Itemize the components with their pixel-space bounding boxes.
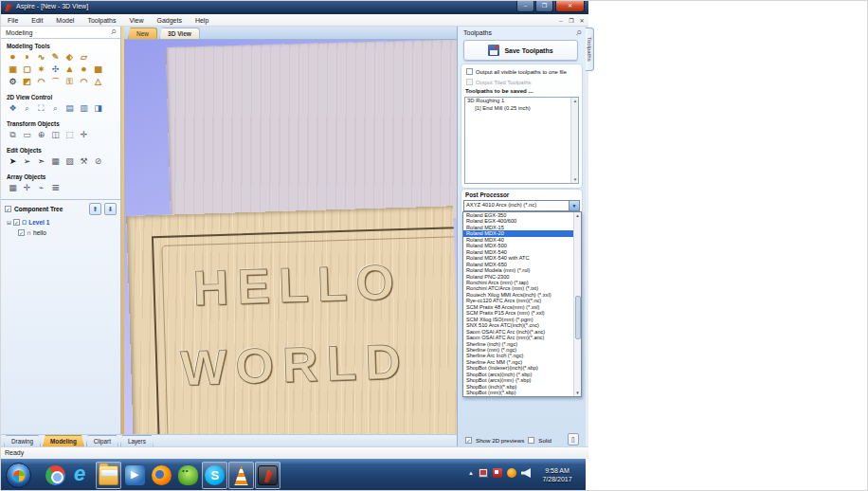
taskbar-chrome-icon[interactable] xyxy=(43,462,68,489)
nest-objects-icon[interactable]: 𝌆 xyxy=(50,183,61,193)
taskbar-wmp-icon[interactable] xyxy=(122,462,148,489)
solid-checkbox[interactable] xyxy=(528,437,534,444)
taskbar-ie-icon[interactable] xyxy=(69,462,95,489)
select-icon[interactable]: ➤ xyxy=(8,156,18,167)
tab-modeling[interactable]: Modeling xyxy=(43,435,84,446)
scale-object-icon[interactable]: ▭ xyxy=(22,130,32,140)
taskbar-aspire-icon[interactable] xyxy=(255,462,280,489)
component-tree-checkbox[interactable]: ✓ xyxy=(5,206,11,212)
path-array-icon[interactable]: ⌁ xyxy=(36,183,46,193)
hello-checkbox[interactable]: ✓ xyxy=(18,229,25,236)
mdi-close-button[interactable]: ✕ xyxy=(578,17,586,24)
rotate-object-icon[interactable]: ⬚ xyxy=(64,130,75,140)
move-up-button[interactable]: ⬆ xyxy=(89,203,101,215)
start-button[interactable] xyxy=(6,463,31,488)
taskbar-vlc-icon[interactable] xyxy=(228,462,254,489)
sculpt-tool-icon[interactable]: ✎ xyxy=(50,52,61,63)
menu-model[interactable]: Model xyxy=(49,14,81,27)
toolpath-list[interactable]: 3D Roughing 1 [1] End Mill (0.25 inch) ▲… xyxy=(464,97,579,184)
taskbar-skype-icon[interactable] xyxy=(202,462,227,489)
toolpath-list-item[interactable]: [1] End Mill (0.25 inch) xyxy=(465,105,578,113)
bump-tool-icon[interactable]: ⌒ xyxy=(50,77,61,87)
zoom-icon[interactable]: ⌕ xyxy=(22,103,32,114)
chamfer-tool-icon[interactable]: ◗ xyxy=(22,52,32,63)
move-down-button[interactable]: ⬇ xyxy=(104,203,117,215)
outline-tool-icon[interactable]: △ xyxy=(93,77,103,87)
lock-tool-icon[interactable]: ⚿ xyxy=(64,77,75,87)
mound-tool-icon[interactable]: ◠ xyxy=(36,77,46,87)
tab-clipart[interactable]: Clipart xyxy=(86,435,118,446)
circle-array-icon[interactable]: ✛ xyxy=(22,183,32,193)
scroll-up-icon[interactable]: ▲ xyxy=(574,213,581,218)
menu-file[interactable]: File xyxy=(1,14,25,27)
import-model-icon[interactable]: ▱ xyxy=(79,52,89,63)
zoom-out-icon[interactable]: ⌕ xyxy=(50,103,61,114)
select-move-icon[interactable]: ➣ xyxy=(36,156,46,167)
pan-view-icon[interactable]: ❖ xyxy=(8,103,18,114)
group-icon[interactable]: ▦ xyxy=(50,156,61,167)
scroll-thumb[interactable] xyxy=(575,296,581,339)
center-object-icon[interactable]: ⊕ xyxy=(36,130,46,140)
move-object-icon[interactable]: ⧉ xyxy=(8,130,18,140)
show-2d-previews-checkbox[interactable]: ✓ xyxy=(465,437,472,444)
tile-view-icon[interactable]: ▥ xyxy=(79,103,89,114)
taskbar-explorer-icon[interactable] xyxy=(96,462,121,489)
fillet-tool-icon[interactable]: ▢ xyxy=(22,64,32,75)
ungroup-icon[interactable]: ▧ xyxy=(64,156,75,167)
mdi-restore-button[interactable]: ❐ xyxy=(568,17,575,24)
dropdown-scrollbar[interactable]: ▲ ▼ xyxy=(573,212,581,396)
grid-array-icon[interactable]: ▦ xyxy=(8,183,18,193)
flag-icon[interactable] xyxy=(493,468,502,478)
toggle-panel-button[interactable]: ▯ xyxy=(568,433,579,446)
volume-icon[interactable] xyxy=(521,468,531,478)
output-one-file-checkbox[interactable] xyxy=(466,68,473,75)
taskbar-firefox-icon[interactable] xyxy=(149,462,174,489)
flip-object-icon[interactable]: ◫ xyxy=(50,130,61,140)
warp-tool-icon[interactable]: ✣ xyxy=(50,64,61,75)
zoom-box-icon[interactable]: ⛶ xyxy=(36,103,46,114)
tray-expand-icon[interactable]: ▲ xyxy=(468,470,474,476)
hill-tool-icon[interactable]: ◠ xyxy=(79,77,89,87)
scroll-down-icon[interactable]: ▼ xyxy=(574,391,581,395)
view-tab-new[interactable]: New xyxy=(128,27,157,39)
tab-layers[interactable]: Layers xyxy=(120,435,154,446)
tab-drawing[interactable]: Drawing xyxy=(4,435,41,446)
save-toolpaths-button[interactable]: Save Toolpaths xyxy=(463,40,578,61)
tree-item-level1[interactable]: ⊟ ✓ Ω Level 1 xyxy=(1,219,120,226)
extrude-tool-icon[interactable]: ⬖ xyxy=(64,52,75,63)
post-processor-option[interactable]: ShopBot (mm)(*.sbp) xyxy=(463,390,581,395)
texture-tool-icon[interactable]: ▣ xyxy=(8,64,18,75)
scroll-down-icon[interactable]: ▼ xyxy=(571,177,579,182)
select-copy-icon[interactable]: ➢ xyxy=(22,156,32,167)
post-processor-combobox[interactable]: AXYZ 4010 Arcs (inch) (*.nc) ▼ xyxy=(463,200,580,211)
menu-help[interactable]: Help xyxy=(189,14,215,27)
panel-tool-icon[interactable]: ▩ xyxy=(93,64,103,75)
menu-view[interactable]: View xyxy=(122,14,150,27)
dome-tool-icon[interactable]: ● xyxy=(79,64,89,75)
chevron-down-icon[interactable]: ▼ xyxy=(569,201,579,210)
cone-tool-icon[interactable]: ▲ xyxy=(64,64,75,75)
maximize-button[interactable]: ❐ xyxy=(535,1,553,12)
toolpaths-side-tab[interactable]: Toolpaths xyxy=(586,27,594,71)
switch-view-icon[interactable]: ◨ xyxy=(93,103,103,114)
view-tab-3d-view[interactable]: 3D View xyxy=(159,27,200,39)
display-icon[interactable] xyxy=(479,468,488,478)
tree-item-hello[interactable]: ✓ ∩ hello xyxy=(1,229,120,236)
measure-icon[interactable]: ⚒ xyxy=(79,156,89,167)
output-one-file-option[interactable]: Output all visible toolpaths to one file xyxy=(466,68,567,75)
update-icon[interactable] xyxy=(507,468,516,478)
toolpath-list-item[interactable]: 3D Roughing 1 xyxy=(465,98,578,105)
erase-icon[interactable]: ⊘ xyxy=(93,156,103,167)
wrench-tool-icon[interactable]: ⚙ xyxy=(8,77,18,87)
mdi-minimize-button[interactable]: ‒ xyxy=(557,18,565,24)
minimize-button[interactable]: – xyxy=(516,1,534,12)
sphere-tool-icon[interactable]: ● xyxy=(8,52,18,63)
expander-icon[interactable]: ⊟ xyxy=(7,219,11,226)
menu-edit[interactable]: Edit xyxy=(25,14,49,27)
3d-view-canvas[interactable]: HELLO WORLD xyxy=(124,40,457,434)
level1-checkbox[interactable]: ✓ xyxy=(13,219,20,226)
close-button[interactable]: ✕ xyxy=(555,1,585,12)
angle-tool-icon[interactable]: ◩ xyxy=(22,77,32,87)
menu-gadgets[interactable]: Gadgets xyxy=(150,14,188,27)
scroll-up-icon[interactable]: ▲ xyxy=(571,99,579,103)
